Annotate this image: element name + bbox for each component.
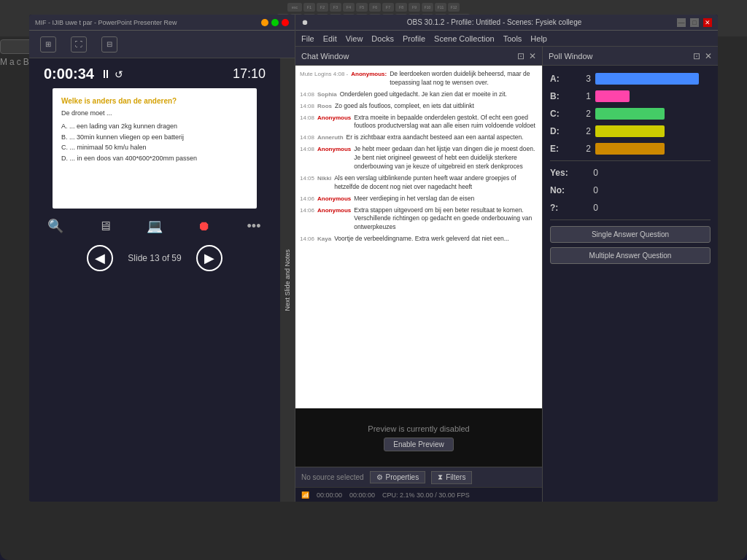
slide-option-b: B. ... 30min kunnen vliegen op een batte… [61,133,248,142]
no-source-text: No source selected [301,473,364,481]
chat-user: Anonymous [317,206,351,233]
chat-text: Als een verslag uitblinkende punten heef… [334,174,538,192]
chat-user: Nikki [317,174,331,192]
key-f8[interactable]: F8 [395,3,407,12]
poll-bar-container-a [595,73,711,85]
poll-bar-container-no [603,184,711,196]
signal-icon: 📶 [301,491,309,499]
chat-text: Meer verdieping in het verslag dan de ei… [354,195,474,203]
obs-title-text: OBS 30.1.2 - Profile: Untitled - Scenes:… [311,18,677,26]
poll-count-e: 2 [576,144,591,154]
chat-message-anon4: 14:06 Anonymous Extra stappen uitgevoerd… [300,206,538,233]
search-button[interactable]: 🔍 [44,214,67,238]
poll-panel: Poll Window ⊡ ✕ A: 3 [543,47,718,502]
key-f12[interactable]: F12 [448,3,460,12]
menu-scene-collection[interactable]: Scene Collection [434,34,495,43]
monitor-button[interactable]: 🖥 [93,214,117,238]
chat-title-text: Chat Window [301,52,349,61]
ppt-refresh-button[interactable]: ↺ [115,69,123,80]
ppt-slide-area: 0:00:34 ⏸ ↺ 17:10 Welke is anders dan de… [29,58,280,502]
ppt-side-panel[interactable]: Next Slide and Notes [280,58,295,502]
key-f10[interactable]: F10 [422,3,433,12]
desktop-button[interactable]: 💻 [143,214,166,238]
poll-row-e: E: 2 [550,143,711,155]
prev-slide-button[interactable]: ◀ [87,245,113,271]
chat-message-kaya: 14:06 Kaya Voortje de verbeeldingname. E… [300,235,538,244]
menu-view[interactable]: View [346,34,363,43]
chat-user: Anonymous [317,114,351,131]
poll-bar-d [595,125,665,137]
poll-close-button[interactable]: ✕ [705,51,712,61]
ppt-navigation: ◀ Slide 13 of 59 ▶ [87,245,222,271]
multiple-answer-button[interactable]: Multiple Answer Question [550,247,711,264]
key-f2[interactable]: F2 [317,3,328,12]
toolbar-icon-2[interactable]: ⛶ [71,36,87,52]
chat-time: 14:06 [300,195,314,203]
chat-text: Je hebt meer gedaan dan het lijstje van … [354,145,538,171]
chat-text: Er is zichtbaar extra aandacht besteed a… [347,133,524,142]
chat-user: Anonymous [317,195,351,203]
chat-panel: Chat Window ⊡ ✕ Mute Logins 4:08 - Anony… [295,47,543,502]
menu-profile[interactable]: Profile [403,34,425,43]
poll-label-a: A: [550,74,572,84]
chat-message-anon1: 14:08 Anonymous Extra moeite in bepaalde… [300,114,538,131]
poll-bar-b [595,90,630,102]
menu-edit[interactable]: Edit [323,34,337,43]
obs-title-bar: ⏺ OBS 30.1.2 - Profile: Untitled - Scene… [295,15,718,31]
chat-text: De leerdoeken worden duidelijk beheersd,… [390,70,538,88]
poll-bar-container-e [595,143,711,155]
enable-preview-button[interactable]: Enable Preview [384,438,453,451]
chat-detach-button[interactable]: ⊡ [517,51,525,61]
poll-label-e: E: [550,144,572,154]
poll-row-a: A: 3 [550,73,711,85]
side-panel-text: Next Slide and Notes [284,249,291,311]
filters-button[interactable]: ⧗ Filters [431,471,472,484]
ppt-pause-button[interactable]: ⏸ [100,68,112,81]
slide-option-c: C. ... minimaal 50 km/u halen [61,144,248,152]
maximize-button[interactable]: □ [690,18,699,27]
menu-docks[interactable]: Docks [371,34,394,43]
poll-detach-button[interactable]: ⊡ [693,51,700,61]
key-f1[interactable]: F1 [303,3,315,12]
window-controls: — □ ✕ [677,18,712,27]
key-f11[interactable]: F11 [435,3,446,12]
single-answer-button[interactable]: Single Answer Question [550,226,711,243]
key-f6[interactable]: F6 [369,3,381,12]
chat-user: Anneruth [317,133,344,142]
close-button[interactable]: ✕ [703,18,712,27]
menu-file[interactable]: File [301,34,314,43]
more-button[interactable]: ••• [242,214,266,238]
toolbar-icon-1[interactable]: ⊞ [40,36,56,52]
chat-user: Sophia [317,90,337,99]
key-esc[interactable]: esc [287,3,302,12]
chat-time: 14:06 [300,206,314,233]
key-f3[interactable]: F3 [330,3,341,12]
toolbar-icon-3[interactable]: ⊟ [101,36,117,52]
chat-time: 14:08 [300,102,314,111]
poll-bar-container-b [595,90,711,102]
menu-tools[interactable]: Tools [503,34,522,43]
properties-button[interactable]: ⚙ Properties [370,471,426,483]
key-f5[interactable]: F5 [356,3,368,12]
key-f9[interactable]: F9 [409,3,420,12]
menu-help[interactable]: Help [530,34,547,43]
chat-text: Extra stappen uitgevoerd om bij een bete… [354,206,538,233]
key-f4[interactable]: F4 [343,3,355,12]
chat-close-button[interactable]: ✕ [529,51,536,61]
ppt-toolbar: ⊞ ⛶ ⊟ [29,31,295,58]
minimize-button[interactable]: — [677,18,686,27]
record-button[interactable]: ⏺ [193,214,216,238]
slide-option-a: A. ... een lading van 2kg kunnen dragen [61,122,248,131]
chat-message-roos: 14:08 Roos Zo goed als foutloos, complee… [300,102,538,111]
poll-bar-a [595,73,699,85]
key-f7[interactable]: F7 [382,3,394,12]
poll-count-no: 0 [584,185,598,195]
poll-divider [550,160,711,161]
status-time2: 00:00:00 [349,491,375,499]
poll-divider-2 [550,219,711,220]
next-slide-button[interactable]: ▶ [196,245,222,271]
chat-user: Anonymous: [351,70,387,88]
ppt-slide: Welke is anders dan de anderen? De drone… [53,88,257,209]
preview-area: Preview is currently disabled Enable Pre… [295,408,542,467]
chat-messages: Mute Logins 4:08 - Anonymous: De leerdoe… [295,66,542,408]
